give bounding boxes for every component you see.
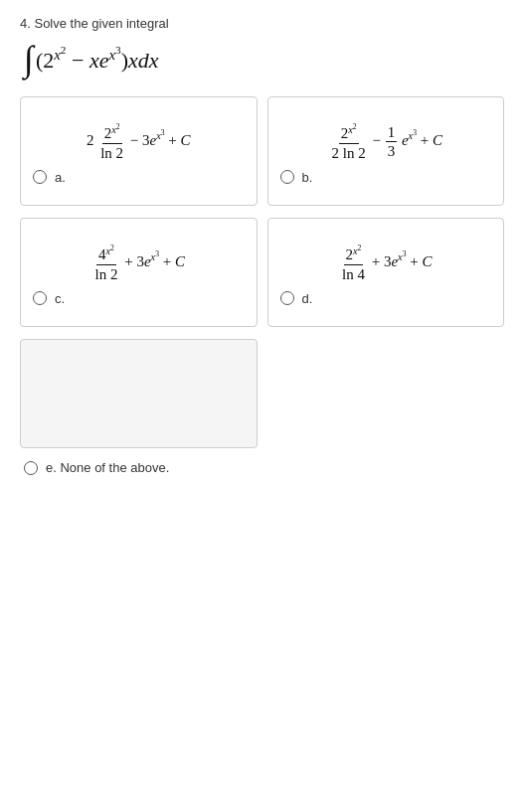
question-text: Solve the given integral — [34, 16, 168, 31]
spacer-e — [267, 339, 505, 448]
option-d-label-row: d. — [280, 291, 313, 306]
radio-b[interactable] — [280, 170, 294, 184]
option-c-label-row: c. — [33, 291, 65, 306]
radio-a[interactable] — [33, 170, 47, 184]
option-a-label-row: a. — [33, 170, 66, 185]
radio-e[interactable] — [24, 461, 38, 475]
question-number: 4. — [20, 16, 31, 31]
option-box-c: 4x2 ln 2 + 3ex3 + C c. — [20, 218, 258, 327]
option-e-label: e. None of the above. — [46, 460, 169, 475]
option-d-letter: d. — [302, 291, 313, 306]
question-header: 4. Solve the given integral — [20, 16, 504, 31]
integral-display: ∫ (2x2 − xex3)xdx — [24, 41, 504, 77]
option-box-a: 2 2x2 ln 2 − 3ex3 + C a. — [20, 96, 258, 206]
option-b-expr: 2x2 2 ln 2 − 1 3 ex3 + C — [329, 121, 442, 161]
options-row-e — [20, 339, 504, 448]
integral-expr: (2x2 − xex3)xdx — [36, 44, 159, 74]
options-grid-cd: 4x2 ln 2 + 3ex3 + C c. 2x2 ln 4 + 3ex3 +… — [20, 218, 504, 327]
option-e-row: e. None of the above. — [20, 460, 504, 475]
options-grid-ab: 2 2x2 ln 2 − 3ex3 + C a. 2x2 2 ln 2 − 1 … — [20, 96, 504, 206]
option-a-letter: a. — [55, 170, 66, 185]
option-box-b: 2x2 2 ln 2 − 1 3 ex3 + C b. — [267, 96, 505, 206]
empty-answer-box — [20, 339, 258, 448]
integral-symbol: ∫ — [24, 41, 34, 77]
option-c-letter: c. — [55, 291, 65, 306]
radio-c[interactable] — [33, 291, 47, 305]
option-box-d: 2x2 ln 4 + 3ex3 + C d. — [267, 218, 505, 327]
option-d-expr: 2x2 ln 4 + 3ex3 + C — [339, 243, 432, 282]
option-c-expr: 4x2 ln 2 + 3ex3 + C — [92, 243, 185, 282]
radio-d[interactable] — [280, 291, 294, 305]
option-a-expr: 2 2x2 ln 2 − 3ex3 + C — [87, 121, 191, 161]
option-b-letter: b. — [302, 170, 313, 185]
option-b-label-row: b. — [280, 170, 313, 185]
